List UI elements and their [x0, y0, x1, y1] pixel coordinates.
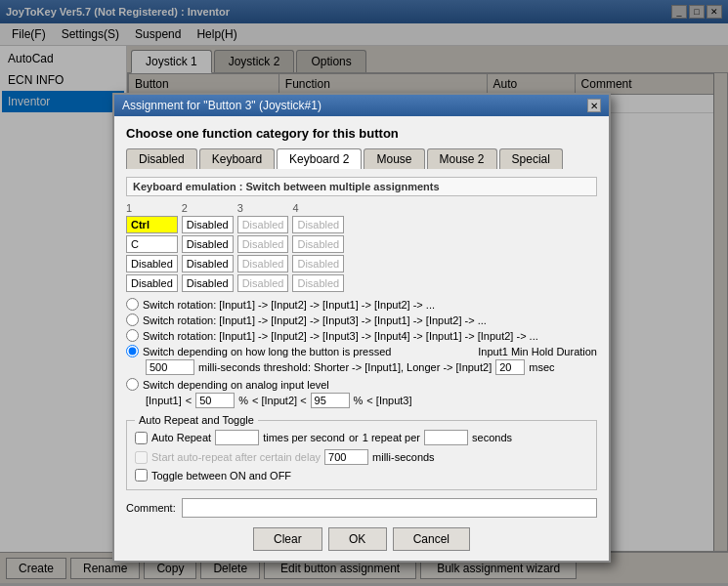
radio-input-2[interactable] — [126, 314, 139, 326]
section-label-text: Keyboard emulation : Switch between mult… — [133, 181, 440, 192]
dialog-body: Choose one function category for this bu… — [114, 116, 609, 561]
grid-cell-4-2[interactable]: Disabled — [292, 235, 344, 253]
radio-label-5: Switch depending on analog input level — [143, 379, 329, 391]
radio-option-5-container: Switch depending on analog input level [… — [126, 378, 597, 408]
delay-row: Start auto-repeat after certain delay mi… — [135, 449, 588, 465]
dialog-buttons: Clear OK Cancel — [126, 527, 597, 551]
radio-option-2[interactable]: Switch rotation: [Input1] -> [Input2] ->… — [126, 314, 597, 326]
analog-pct2: % — [354, 395, 364, 406]
or-label: or — [349, 432, 359, 443]
radio-input-1[interactable] — [126, 298, 139, 311]
times-label: times per second — [263, 432, 345, 443]
grid-cell-3-3[interactable]: Disabled — [237, 255, 289, 272]
dialog-tab-mouse2[interactable]: Mouse 2 — [427, 148, 497, 169]
radio-label-4: Switch depending on how long the button … — [143, 346, 391, 357]
grid-cell-1-3[interactable]: Disabled — [126, 255, 178, 272]
delay-unit: milli-seconds — [372, 451, 435, 463]
dialog-tab-mouse[interactable]: Mouse — [364, 148, 424, 169]
radio-group: Switch rotation: [Input1] -> [Input2] ->… — [126, 298, 597, 408]
delay-input[interactable] — [324, 449, 368, 465]
grid-num-4: 4 — [292, 202, 344, 214]
grid-cell-2-2[interactable]: Disabled — [182, 235, 234, 253]
grid-cell-1-2[interactable]: C — [126, 235, 178, 253]
dialog-tab-keyboard[interactable]: Keyboard — [199, 148, 275, 169]
cancel-button[interactable]: Cancel — [393, 527, 470, 551]
grid-col-4: 4 Disabled Disabled Disabled Disabled — [292, 202, 344, 292]
radio-option-4-row: Switch depending on how long the button … — [126, 345, 597, 357]
analog-val2[interactable] — [311, 393, 350, 408]
dialog-tabs: Disabled Keyboard Keyboard 2 Mouse Mouse… — [126, 148, 597, 169]
grid-cell-4-3[interactable]: Disabled — [292, 255, 344, 272]
radio-input-3[interactable] — [126, 329, 139, 342]
analog-val1[interactable] — [195, 393, 235, 408]
delay-label: Start auto-repeat after certain delay — [151, 451, 321, 463]
threshold-row: milli-seconds threshold: Shorter -> [Inp… — [146, 359, 597, 375]
analog-input3-label: < [Input3] — [366, 395, 411, 406]
dialog-title-bar: Assignment for "Button 3" (Joystick#1) ✕ — [114, 95, 609, 116]
times-input[interactable] — [215, 430, 259, 445]
auto-repeat-label: Auto Repeat — [151, 432, 211, 443]
grid-cell-4-4[interactable]: Disabled — [292, 274, 344, 292]
grid-num-2: 2 — [182, 202, 234, 214]
radio-option-1[interactable]: Switch rotation: [Input1] -> [Input2] ->… — [126, 298, 597, 311]
analog-between: < [Input2] < — [252, 395, 307, 406]
comment-label: Comment: — [126, 502, 176, 514]
radio-option-4-container: Switch depending on how long the button … — [126, 345, 597, 375]
threshold-input[interactable] — [146, 359, 194, 375]
toggle-row: Toggle between ON and OFF — [135, 469, 588, 481]
delay-checkbox[interactable] — [135, 451, 148, 464]
ok-button[interactable]: OK — [328, 527, 387, 551]
seconds-input[interactable] — [424, 430, 468, 445]
grid-cell-3-1[interactable]: Disabled — [237, 216, 289, 233]
repeat-label: 1 repeat per — [363, 432, 420, 443]
toggle-checkbox[interactable] — [135, 469, 148, 481]
grid-cell-3-4[interactable]: Disabled — [237, 274, 289, 292]
threshold-label: milli-seconds threshold: Shorter -> [Inp… — [198, 361, 492, 373]
dialog-close-button[interactable]: ✕ — [587, 99, 601, 112]
auto-repeat-legend: Auto Repeat and Toggle — [135, 414, 258, 426]
dialog: Assignment for "Button 3" (Joystick#1) ✕… — [112, 93, 611, 563]
duration-label: Input1 Min Hold Duration — [478, 346, 597, 357]
radio-input-4[interactable] — [126, 345, 139, 357]
dialog-tab-keyboard2[interactable]: Keyboard 2 — [277, 148, 362, 169]
grid-cell-3-2[interactable]: Disabled — [237, 235, 289, 253]
comment-input[interactable] — [182, 498, 597, 518]
duration-unit: msec — [529, 361, 554, 373]
clear-button[interactable]: Clear — [253, 527, 322, 551]
radio-label-2: Switch rotation: [Input1] -> [Input2] ->… — [143, 314, 487, 326]
grid-cell-1-4[interactable]: Disabled — [126, 274, 178, 292]
grid-col-3: 3 Disabled Disabled Disabled Disabled — [237, 202, 289, 292]
grid-col-1: 1 Ctrl C Disabled Disabled — [126, 202, 178, 292]
analog-input1-label: [Input1] — [146, 395, 182, 406]
duration-input[interactable] — [495, 359, 525, 375]
auto-repeat-row: Auto Repeat times per second or 1 repeat… — [135, 430, 588, 445]
radio-option-3[interactable]: Switch rotation: [Input1] -> [Input2] ->… — [126, 329, 597, 342]
grid-num-1: 1 — [126, 202, 178, 214]
comment-row: Comment: — [126, 498, 597, 518]
analog-pct1: % — [238, 395, 248, 406]
grid-cell-2-4[interactable]: Disabled — [182, 274, 234, 292]
grid-num-3: 3 — [237, 202, 289, 214]
section-label: Keyboard emulation : Switch between mult… — [126, 177, 597, 196]
toggle-label: Toggle between ON and OFF — [151, 470, 291, 481]
grid-cell-4-1[interactable]: Disabled — [292, 216, 344, 233]
modal-overlay: Assignment for "Button 3" (Joystick#1) ✕… — [0, 0, 728, 586]
grid-cell-1-1[interactable]: Ctrl — [126, 216, 178, 233]
analog-row: [Input1] < % < [Input2] < % < [Input3] — [146, 393, 597, 408]
dialog-tab-disabled[interactable]: Disabled — [126, 148, 197, 169]
radio-label-3: Switch rotation: [Input1] -> [Input2] ->… — [143, 330, 538, 342]
auto-repeat-checkbox[interactable] — [135, 432, 148, 444]
seconds-label: seconds — [472, 432, 512, 443]
radio-option-4[interactable]: Switch depending on how long the button … — [126, 345, 470, 357]
dialog-subtitle: Choose one function category for this bu… — [126, 126, 597, 141]
grid-cell-2-3[interactable]: Disabled — [182, 255, 234, 272]
dialog-title-text: Assignment for "Button 3" (Joystick#1) — [122, 99, 321, 112]
grid-col-2: 2 Disabled Disabled Disabled Disabled — [182, 202, 234, 292]
radio-input-5[interactable] — [126, 378, 139, 391]
dialog-tab-special[interactable]: Special — [499, 148, 563, 169]
grid-cell-2-1[interactable]: Disabled — [182, 216, 234, 233]
auto-repeat-section: Auto Repeat and Toggle Auto Repeat times… — [126, 414, 597, 490]
keyboard-grid: 1 Ctrl C Disabled Disabled 2 Disabled Di… — [126, 202, 597, 292]
radio-label-1: Switch rotation: [Input1] -> [Input2] ->… — [143, 299, 435, 311]
radio-option-5[interactable]: Switch depending on analog input level — [126, 378, 597, 391]
